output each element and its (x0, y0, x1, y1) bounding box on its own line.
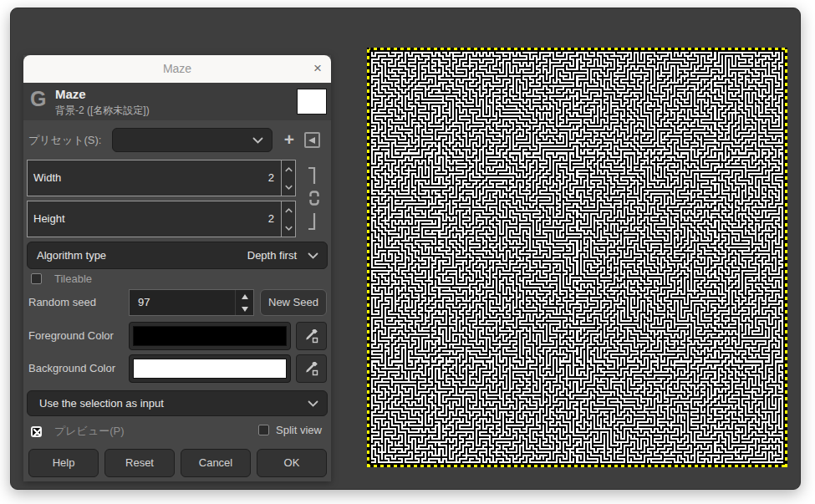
close-icon[interactable]: × (313, 55, 322, 81)
background-color-button[interactable] (129, 354, 291, 383)
random-seed-value: 97 (138, 290, 150, 315)
plugin-title: Maze (55, 87, 86, 101)
preset-label: プリセット(S): (28, 128, 101, 152)
triangle-left-icon (308, 137, 315, 144)
background-color-row: Background Color (23, 354, 331, 383)
preview-label: プレビュー(P) (54, 424, 125, 439)
chain-top-icon (307, 166, 318, 188)
reset-button[interactable]: Reset (104, 449, 175, 477)
width-spin-buttons (281, 160, 295, 196)
algorithm-dropdown[interactable]: Algorithm type Depth first (27, 242, 328, 269)
add-preset-button[interactable]: + (279, 127, 299, 151)
preview-options-row: プレビュー(P) Split view (23, 424, 331, 438)
split-view-checkbox[interactable] (258, 425, 269, 435)
gimp-logo-icon: G (30, 87, 46, 111)
chevron-down-icon (252, 137, 263, 144)
chain-link-button[interactable] (308, 191, 320, 209)
spin-up-button[interactable] (236, 290, 253, 303)
header-thumbnail (297, 89, 327, 115)
gimp-maze-window: Maze × G Maze 背景-2 ([名称未設定]) プリセット(S): +… (10, 8, 801, 490)
triangle-up-icon (242, 294, 248, 299)
spin-down-button[interactable] (282, 178, 295, 196)
split-view-label: Split view (276, 424, 322, 436)
preview-checkbox[interactable] (31, 426, 42, 437)
foreground-color-label: Foreground Color (28, 322, 114, 350)
algorithm-label: Algorithm type (37, 242, 106, 268)
background-color-swatch (133, 359, 287, 379)
ants-edge-bottom (367, 465, 787, 467)
width-value: 2 (268, 160, 274, 196)
input-mode-value: Use the selection as input (39, 391, 164, 415)
ants-edge-left (367, 48, 369, 467)
preset-dropdown[interactable] (112, 128, 273, 152)
ants-edge-right (785, 48, 787, 467)
background-color-label: Background Color (28, 354, 115, 383)
dialog-title: Maze (23, 55, 331, 83)
import-settings-button[interactable] (304, 132, 320, 148)
tileable-checkbox[interactable] (31, 273, 42, 284)
foreground-color-button[interactable] (129, 322, 291, 350)
dialog-titlebar[interactable]: Maze × (23, 55, 331, 83)
spin-up-button[interactable] (282, 201, 295, 219)
action-buttons: Help Reset Cancel OK (28, 449, 327, 477)
width-spinscale[interactable]: Width 2 (27, 160, 296, 196)
height-value: 2 (268, 201, 274, 237)
x-mark-icon (33, 429, 41, 436)
random-seed-row: Random seed 97 New Seed (23, 289, 331, 316)
width-label: Width (33, 160, 61, 196)
height-spin-buttons (281, 201, 295, 237)
spin-down-button[interactable] (282, 219, 295, 237)
foreground-color-row: Foreground Color (23, 322, 331, 350)
new-seed-button[interactable]: New Seed (260, 289, 327, 316)
chevron-down-icon (308, 400, 318, 407)
seed-spin-buttons (235, 290, 253, 315)
random-seed-input[interactable]: 97 (129, 289, 254, 316)
maze-dialog: Maze × G Maze 背景-2 ([名称未設定]) プリセット(S): +… (23, 55, 331, 481)
foreground-color-swatch (133, 326, 287, 346)
help-button[interactable]: Help (28, 449, 99, 477)
spin-up-button[interactable] (282, 160, 295, 178)
tileable-row: Tileable (31, 272, 92, 285)
chevron-down-icon (308, 252, 318, 259)
preset-row: プリセット(S): + (23, 128, 331, 152)
ants-edge-top (367, 48, 787, 50)
eyedropper-icon (304, 329, 318, 344)
ok-button[interactable]: OK (257, 449, 327, 477)
dialog-header: G Maze 背景-2 ([名称未設定]) (23, 83, 331, 120)
chain-bottom-icon (307, 212, 318, 234)
spin-down-button[interactable] (236, 303, 253, 315)
eyedropper-icon (304, 362, 318, 376)
tileable-label: Tileable (54, 272, 92, 285)
triangle-down-icon (242, 307, 248, 312)
background-eyedropper-button[interactable] (296, 354, 327, 383)
foreground-eyedropper-button[interactable] (296, 322, 327, 350)
drawable-subtitle: 背景-2 ([名称未設定]) (55, 104, 150, 118)
maze-canvas[interactable] (369, 50, 785, 465)
height-label: Height (33, 201, 65, 237)
selection-marching-ants (367, 48, 787, 467)
algorithm-value: Depth first (247, 242, 297, 268)
random-seed-label: Random seed (28, 289, 96, 316)
height-spinscale[interactable]: Height 2 (27, 201, 296, 237)
cancel-button[interactable]: Cancel (181, 449, 251, 477)
input-mode-dropdown[interactable]: Use the selection as input (27, 390, 328, 416)
